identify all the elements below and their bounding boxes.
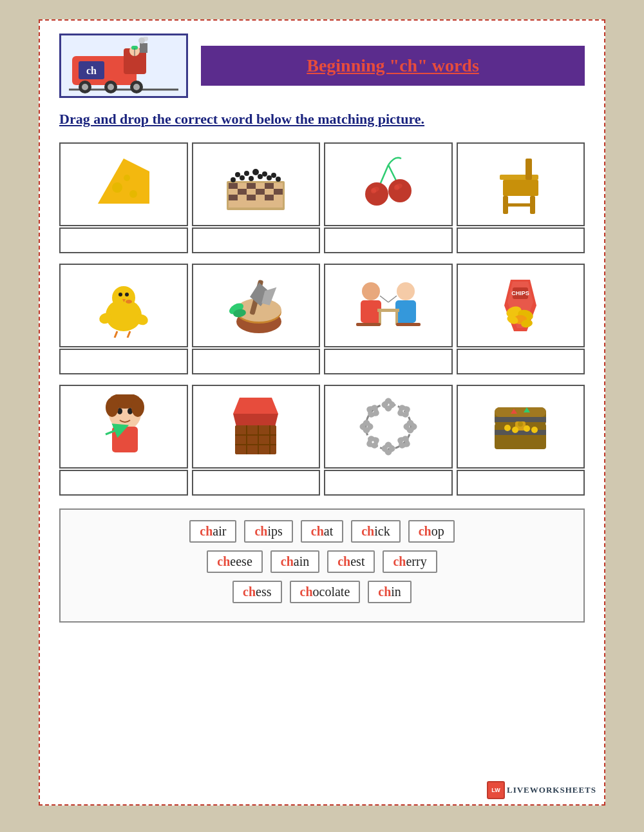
svg-line-92	[380, 296, 388, 302]
svg-line-76	[128, 331, 130, 338]
svg-point-48	[235, 172, 240, 177]
word-chip-chess[interactable]: chess	[232, 581, 281, 603]
svg-line-93	[388, 296, 397, 302]
svg-point-44	[249, 176, 254, 181]
svg-rect-62	[503, 180, 538, 196]
svg-rect-63	[526, 159, 532, 180]
svg-rect-94	[356, 323, 381, 326]
svg-point-45	[258, 174, 263, 179]
answer-cell-1-2[interactable]	[192, 227, 321, 253]
train-svg: ch	[66, 37, 182, 95]
answer-row-2	[59, 349, 585, 374]
svg-point-113	[131, 398, 144, 417]
svg-point-19	[112, 182, 122, 193]
picture-row-1	[59, 142, 585, 226]
pic-chess	[192, 142, 321, 226]
svg-point-8	[133, 84, 140, 90]
picture-row-2: CHIPS	[59, 264, 585, 347]
word-chip-cheese[interactable]: cheese	[207, 550, 262, 573]
svg-point-4	[82, 84, 88, 90]
word-chip-chin[interactable]: chin	[368, 581, 412, 603]
svg-point-21	[124, 175, 130, 181]
answer-cell-3-2[interactable]	[192, 470, 321, 496]
answer-cell-1-1[interactable]	[59, 227, 188, 253]
svg-point-49	[244, 171, 249, 176]
word-chip-chat[interactable]: chat	[301, 520, 343, 543]
word-chip-chair[interactable]: chair	[189, 520, 236, 543]
svg-rect-38	[247, 195, 256, 200]
header: ch Beginning "ch" words	[59, 34, 585, 98]
word-chip-chop[interactable]: chop	[408, 520, 455, 543]
svg-point-148	[512, 427, 518, 433]
word-chip-chain[interactable]: chain	[270, 550, 319, 573]
svg-point-43	[240, 175, 245, 180]
logo-lw: LW	[491, 787, 500, 793]
svg-rect-141	[495, 407, 546, 417]
answer-cell-3-3[interactable]	[324, 470, 453, 496]
word-bank-row-1: chair chips chat chick chop	[73, 520, 571, 543]
svg-point-149	[524, 425, 530, 432]
word-chip-chips[interactable]: chips	[244, 520, 292, 543]
svg-rect-34	[265, 189, 274, 195]
word-bank: chair chips chat chick chop cheese chain…	[59, 508, 585, 623]
word-bank-row-3: chess chocolate chin	[73, 581, 571, 603]
svg-point-125	[386, 400, 391, 410]
svg-point-71	[125, 293, 129, 296]
svg-rect-36	[229, 195, 238, 200]
answer-cell-1-4[interactable]	[457, 227, 585, 253]
svg-rect-27	[256, 183, 265, 189]
answer-cell-2-1[interactable]	[59, 349, 188, 374]
svg-rect-31	[238, 189, 247, 195]
pic-chop	[192, 264, 321, 347]
answer-cell-1-3[interactable]	[324, 227, 453, 253]
svg-rect-40	[265, 195, 274, 200]
answer-cell-3-1[interactable]	[59, 470, 188, 496]
svg-rect-144	[495, 430, 546, 435]
pic-chips: CHIPS	[457, 264, 585, 347]
train-image-box: ch	[59, 34, 188, 98]
logo-text: LIVEWORKSHEETS	[507, 785, 596, 795]
svg-marker-18	[98, 159, 149, 204]
svg-text:CHIPS: CHIPS	[511, 290, 529, 296]
svg-point-42	[231, 177, 236, 182]
pic-chest	[457, 385, 585, 469]
svg-marker-114	[233, 398, 278, 414]
pic-chin	[59, 385, 188, 469]
answer-cell-2-2[interactable]	[192, 349, 321, 374]
pic-chocolate	[192, 385, 321, 469]
svg-point-150	[531, 427, 538, 433]
pic-cheese	[59, 142, 188, 226]
word-bank-row-2: cheese chain chest cherry	[73, 550, 571, 573]
svg-point-112	[106, 398, 118, 417]
svg-point-85	[362, 282, 380, 300]
answer-row-1	[59, 227, 585, 253]
svg-point-50	[252, 169, 259, 175]
pic-chat	[324, 264, 453, 347]
word-chip-cherry[interactable]: cherry	[383, 550, 437, 573]
answer-cell-2-4[interactable]	[457, 349, 585, 374]
svg-line-75	[115, 331, 117, 338]
svg-point-55	[365, 182, 388, 206]
svg-point-146	[518, 421, 523, 427]
svg-rect-28	[265, 183, 274, 189]
svg-point-87	[397, 282, 415, 300]
word-chip-chest[interactable]: chest	[327, 550, 375, 573]
svg-point-51	[262, 171, 267, 177]
answer-cell-3-4[interactable]	[457, 470, 585, 496]
svg-point-69	[126, 300, 132, 304]
svg-point-47	[276, 177, 281, 182]
svg-point-52	[271, 173, 276, 178]
word-chip-chick[interactable]: chick	[351, 520, 400, 543]
answer-cell-2-3[interactable]	[324, 349, 453, 374]
svg-rect-32	[247, 189, 256, 195]
pic-cherry	[324, 142, 453, 226]
svg-point-147	[504, 425, 511, 431]
svg-point-70	[118, 293, 122, 296]
svg-point-68	[112, 286, 135, 309]
word-chip-chocolate[interactable]: chocolate	[290, 581, 361, 603]
svg-rect-33	[256, 189, 265, 195]
svg-rect-143	[495, 417, 546, 422]
picture-row-3	[59, 385, 585, 469]
worksheet-title: Beginning "ch" words	[307, 55, 479, 75]
svg-rect-9	[140, 43, 147, 53]
